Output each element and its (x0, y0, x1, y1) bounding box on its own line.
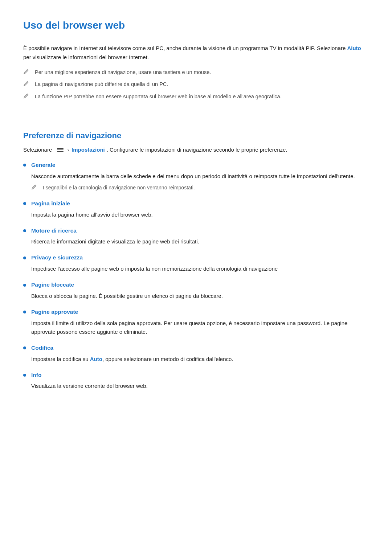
bullet-desc-pagina-iniziale: Imposta la pagina home all'avvio del bro… (31, 210, 369, 219)
pencil-icon-1 (23, 69, 31, 77)
bullet-header-motore-ricerca: Motore di ricerca (23, 226, 369, 235)
list-item-pagina-iniziale: Pagina iniziale Imposta la pagina home a… (23, 199, 369, 219)
list-item-pagine-approvate: Pagine approvate Imposta il limite di ut… (23, 308, 369, 336)
sub-note-text-generale: I segnalibri e la cronologia di navigazi… (43, 184, 195, 192)
bullet-title-pagine-bloccate: Pagine bloccate (31, 280, 74, 290)
note-item-1: Per una migliore esperienza di navigazio… (23, 68, 369, 77)
bullet-header-pagine-bloccate: Pagine bloccate (23, 280, 369, 290)
bullet-desc-privacy-sicurezza: Impedisce l'accesso alle pagine web o im… (31, 264, 369, 273)
bullet-header-codifica: Codifica (23, 344, 369, 353)
bullet-dot-pagine-bloccate (23, 284, 26, 287)
section-title: Preferenze di navigazione (23, 129, 369, 142)
intro-text-before: È possibile navigare in Internet sul tel… (23, 45, 347, 51)
pencil-icon-2 (23, 81, 31, 89)
bullet-title-pagina-iniziale: Pagina iniziale (31, 199, 70, 208)
list-item-privacy-sicurezza: Privacy e sicurezza Impedisce l'accesso … (23, 253, 369, 273)
aiuto-link[interactable]: Aiuto (347, 45, 361, 51)
page-title: Uso del browser web (23, 17, 369, 34)
list-item-info: Info Visualizza la versione corrente del… (23, 371, 369, 391)
section-intro-after: . Configurare le impostazioni di navigaz… (107, 145, 287, 154)
note-text-2: La pagina di navigazione può differire d… (35, 80, 168, 89)
bullet-dot-privacy-sicurezza (23, 257, 26, 259)
bullet-title-privacy-sicurezza: Privacy e sicurezza (31, 253, 83, 262)
bullet-desc-info: Visualizza la versione corrente del brow… (31, 382, 369, 390)
bullet-title-info: Info (31, 371, 41, 380)
bullet-desc-pagine-approvate: Imposta il limite di utilizzo della sola… (31, 319, 369, 336)
bullet-dot-generale (23, 164, 26, 167)
note-text-3: La funzione PIP potrebbe non essere supp… (35, 93, 282, 101)
bullet-title-motore-ricerca: Motore di ricerca (31, 226, 77, 235)
bullet-desc-pagine-bloccate: Blocca o sblocca le pagine. È possibile … (31, 292, 369, 300)
arrow-icon: › (67, 146, 69, 154)
pencil-icon-3 (23, 93, 31, 101)
list-item-generale: Generale Nasconde automaticamente la bar… (23, 161, 369, 192)
bullet-dot-codifica (23, 346, 26, 349)
bullet-dot-pagina-iniziale (23, 202, 26, 205)
bullet-title-codifica: Codifica (31, 344, 53, 353)
note-item-3: La funzione PIP potrebbe non essere supp… (23, 93, 369, 101)
list-item-codifica: Codifica Impostare la codifica su Auto, … (23, 344, 369, 364)
bullet-desc-motore-ricerca: Ricerca le informazioni digitate e visua… (31, 237, 369, 246)
bullet-header-info: Info (23, 371, 369, 380)
bullet-desc-codifica: Impostare la codifica su Auto, oppure se… (31, 355, 369, 364)
preferences-list: Generale Nasconde automaticamente la bar… (23, 161, 369, 390)
sub-note-generale: I segnalibri e la cronologia di navigazi… (31, 184, 369, 192)
bullet-title-generale: Generale (31, 161, 55, 170)
hamburger-menu-icon (57, 147, 64, 152)
auto-link[interactable]: Auto (90, 356, 102, 362)
bullet-title-pagine-approvate: Pagine approvate (31, 308, 78, 317)
bullet-dot-info (23, 374, 26, 377)
impostazioni-link[interactable]: Impostazioni (72, 145, 105, 154)
pencil-icon-sub (31, 184, 39, 192)
note-text-1: Per una migliore esperienza di navigazio… (35, 68, 211, 77)
bullet-header-pagina-iniziale: Pagina iniziale (23, 199, 369, 208)
note-item-2: La pagina di navigazione può differire d… (23, 80, 369, 89)
section-divider (23, 114, 369, 126)
intro-paragraph: È possibile navigare in Internet sul tel… (23, 44, 369, 62)
codifica-text-after: , oppure selezionare un metodo di codifi… (102, 356, 233, 362)
section-intro-before: Selezionare (23, 145, 52, 154)
note-list: Per una migliore esperienza di navigazio… (23, 68, 369, 101)
bullet-dot-motore-ricerca (23, 229, 26, 232)
codifica-text-before: Impostare la codifica su (31, 356, 90, 362)
section-intro: Selezionare › Impostazioni . Configurare… (23, 145, 369, 154)
list-item-pagine-bloccate: Pagine bloccate Blocca o sblocca le pagi… (23, 280, 369, 300)
bullet-header-generale: Generale (23, 161, 369, 170)
bullet-header-privacy-sicurezza: Privacy e sicurezza (23, 253, 369, 262)
bullet-desc-generale: Nasconde automaticamente la barra delle … (31, 172, 369, 181)
intro-text-after: per visualizzare le informazioni del bro… (23, 54, 149, 60)
bullet-dot-pagine-approvate (23, 311, 26, 313)
bullet-header-pagine-approvate: Pagine approvate (23, 308, 369, 317)
list-item-motore-ricerca: Motore di ricerca Ricerca le informazion… (23, 226, 369, 246)
